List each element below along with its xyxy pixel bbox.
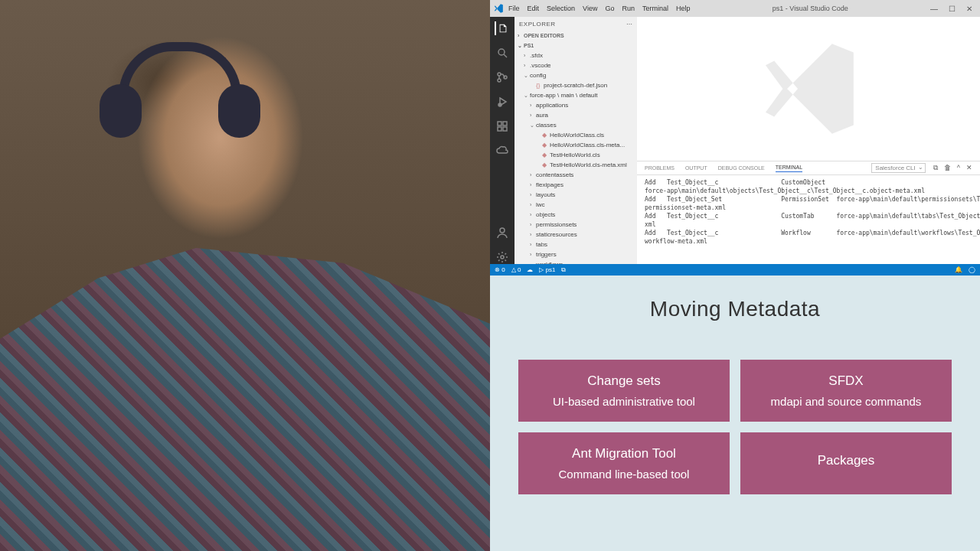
- svg-point-1: [498, 73, 501, 76]
- svg-point-9: [500, 228, 505, 233]
- card-subtitle: Command line-based tool: [559, 468, 690, 481]
- slide-title: Moving Metadata: [650, 297, 820, 321]
- svg-rect-6: [503, 122, 507, 126]
- titlebar[interactable]: FileEditSelectionViewGoRunTerminalHelp p…: [490, 0, 980, 17]
- tree-item[interactable]: ⌄config: [514, 70, 637, 80]
- status-item[interactable]: 🔔: [955, 266, 962, 273]
- tree-item[interactable]: ◆TestHelloWorld.cls: [514, 150, 637, 160]
- status-bar[interactable]: ⊗ 0△ 0☁▷ ps1⧉ 🔔◯: [490, 264, 980, 276]
- tree-item[interactable]: {}project-scratch-def.json: [514, 80, 637, 90]
- file-tree: ›Open Editors ⌄PS1 ›.sfdx›.vscode⌄config…: [514, 31, 637, 264]
- panel-tab-output[interactable]: Output: [685, 165, 707, 171]
- card-title: Ant Migration Tool: [572, 446, 676, 461]
- status-item[interactable]: △ 0: [511, 266, 521, 274]
- close-button[interactable]: ✕: [966, 5, 972, 13]
- status-item[interactable]: ▷ ps1: [539, 266, 555, 274]
- explorer-more-icon[interactable]: ⋯: [626, 21, 633, 28]
- svg-rect-8: [503, 127, 507, 131]
- tree-item[interactable]: ›lwc: [514, 200, 637, 210]
- card-title: Change sets: [587, 373, 660, 389]
- source-control-icon[interactable]: [495, 70, 509, 84]
- panel-tab-debug-console[interactable]: Debug Console: [718, 165, 765, 171]
- terminal-panel: ProblemsOutputDebug ConsoleTerminal Sale…: [637, 161, 980, 264]
- menu-view[interactable]: View: [583, 5, 597, 12]
- activity-bar: [490, 17, 514, 264]
- card-subtitle: mdapi and source commands: [771, 395, 922, 408]
- menu-terminal[interactable]: Terminal: [642, 5, 668, 12]
- terminal-output[interactable]: Add Test_Object__c CustomObject force-ap…: [637, 175, 980, 264]
- open-editors-section[interactable]: ›Open Editors: [514, 31, 637, 41]
- card-subtitle: UI-based administrative tool: [553, 395, 695, 408]
- card: Packages: [740, 432, 952, 494]
- minimize-button[interactable]: —: [930, 5, 938, 13]
- tree-item[interactable]: ◆HelloWorldClass.cls: [514, 130, 637, 140]
- panel-tab-problems[interactable]: Problems: [645, 165, 675, 171]
- close-panel-icon[interactable]: ✕: [966, 164, 972, 172]
- tree-item[interactable]: ›contentassets: [514, 170, 637, 180]
- tree-item[interactable]: ⌄classes: [514, 120, 637, 130]
- explorer-header: Explorer ⋯: [514, 17, 637, 31]
- tree-item[interactable]: ◆TestHelloWorld.cls-meta.xml: [514, 160, 637, 170]
- window-title: ps1 - Visual Studio Code: [690, 5, 930, 12]
- extensions-icon[interactable]: [495, 119, 509, 133]
- svg-rect-5: [498, 122, 501, 126]
- card-title: Packages: [818, 453, 875, 468]
- status-item[interactable]: ⧉: [561, 266, 566, 274]
- panel-tabs: ProblemsOutputDebug ConsoleTerminal Sale…: [637, 161, 980, 175]
- svg-point-4: [498, 103, 501, 106]
- svg-rect-7: [498, 127, 501, 131]
- tree-item[interactable]: ›.vscode: [514, 60, 637, 70]
- slide: Moving Metadata Change setsUI-based admi…: [490, 276, 980, 551]
- vscode-window: FileEditSelectionViewGoRunTerminalHelp p…: [490, 0, 980, 276]
- search-icon[interactable]: [495, 46, 509, 60]
- settings-icon[interactable]: [495, 250, 509, 264]
- editor-area: ProblemsOutputDebug ConsoleTerminal Sale…: [637, 17, 980, 264]
- menu-selection[interactable]: Selection: [547, 5, 575, 12]
- status-item[interactable]: ⊗ 0: [495, 266, 505, 274]
- svg-point-10: [501, 256, 504, 259]
- menu-edit[interactable]: Edit: [528, 5, 540, 12]
- tree-item[interactable]: ›staticresources: [514, 230, 637, 240]
- maximize-button[interactable]: ☐: [949, 5, 956, 13]
- maximize-panel-icon[interactable]: ^: [957, 164, 960, 172]
- tree-item[interactable]: ›permissionsets: [514, 220, 637, 230]
- debug-icon[interactable]: [495, 95, 509, 109]
- menu-help[interactable]: Help: [676, 5, 691, 12]
- tree-item[interactable]: ›aura: [514, 110, 637, 120]
- status-item[interactable]: ☁: [527, 266, 533, 274]
- menu-run[interactable]: Run: [622, 5, 635, 12]
- tree-item[interactable]: ⌄force-app \ main \ default: [514, 90, 637, 100]
- account-icon[interactable]: [495, 226, 509, 240]
- tree-item[interactable]: ›layouts: [514, 190, 637, 200]
- vscode-icon: [493, 3, 504, 14]
- presenter-photo: [0, 0, 490, 551]
- card: SFDXmdapi and source commands: [740, 360, 952, 422]
- vscode-watermark-icon: [755, 35, 862, 142]
- card: Change setsUI-based administrative tool: [518, 360, 730, 422]
- tree-item[interactable]: ◆HelloWorldClass.cls-meta...: [514, 140, 637, 150]
- menu-go[interactable]: Go: [605, 5, 614, 12]
- cloud-icon[interactable]: [495, 144, 509, 158]
- tree-item[interactable]: ›tabs: [514, 240, 637, 249]
- editor-empty: [637, 17, 980, 161]
- svg-point-2: [498, 79, 501, 82]
- card-title: SFDX: [828, 373, 863, 389]
- svg-point-0: [498, 49, 505, 55]
- tree-item[interactable]: ›.sfdx: [514, 51, 637, 60]
- terminal-selector[interactable]: Salesforce CLI: [871, 163, 925, 173]
- status-item[interactable]: ◯: [969, 266, 975, 273]
- kill-terminal-icon[interactable]: 🗑: [944, 164, 951, 172]
- tree-item[interactable]: ›triggers: [514, 249, 637, 259]
- panel-tab-terminal[interactable]: Terminal: [776, 165, 802, 172]
- menu-file[interactable]: File: [508, 5, 520, 12]
- explorer-icon[interactable]: [495, 21, 508, 35]
- tree-item[interactable]: ›flexipages: [514, 180, 637, 190]
- tree-item[interactable]: ›objects: [514, 210, 637, 220]
- card: Ant Migration ToolCommand line-based too…: [518, 432, 730, 494]
- project-section[interactable]: ⌄PS1: [514, 41, 637, 51]
- tree-item[interactable]: ›applications: [514, 100, 637, 110]
- menu-bar: FileEditSelectionViewGoRunTerminalHelp: [508, 5, 690, 12]
- split-terminal-icon[interactable]: ⧉: [933, 164, 938, 172]
- explorer-sidebar: Explorer ⋯ ›Open Editors ⌄PS1 ›.sfdx›.vs…: [514, 17, 637, 264]
- cards-grid: Change setsUI-based administrative toolS…: [518, 360, 952, 494]
